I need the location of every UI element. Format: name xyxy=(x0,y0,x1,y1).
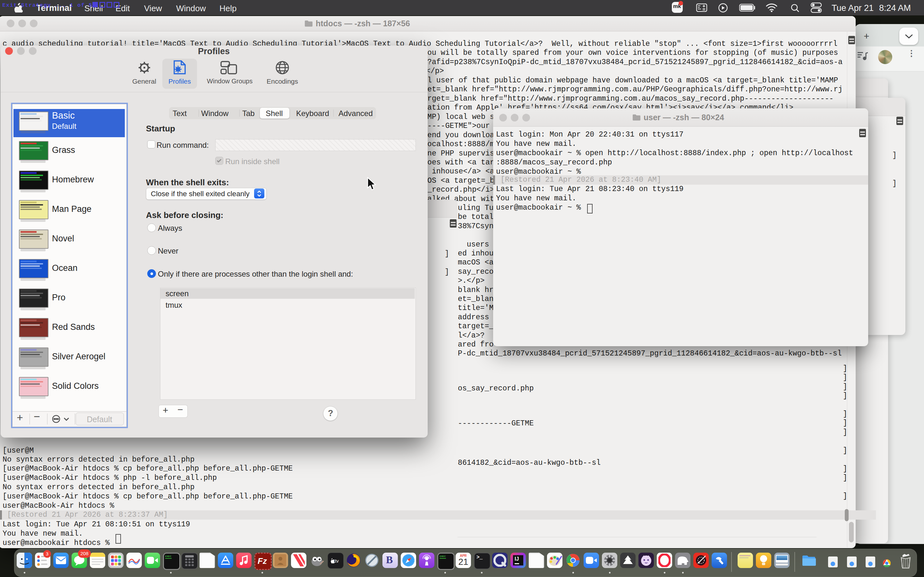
svg-text:tv: tv xyxy=(335,558,339,564)
